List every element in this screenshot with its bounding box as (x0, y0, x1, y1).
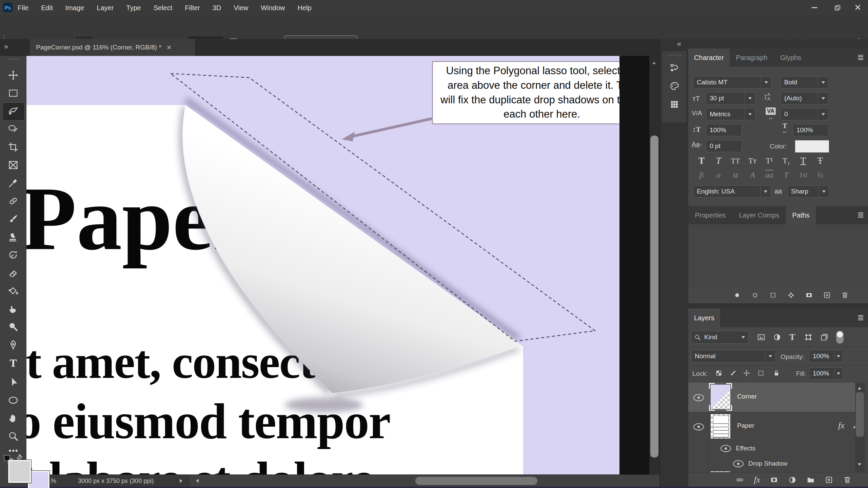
swatches-panel-icon[interactable] (669, 99, 679, 109)
language-dropdown[interactable]: English: USA (693, 185, 771, 198)
new-path-icon[interactable] (823, 291, 831, 299)
layer-style-fx-icon[interactable]: fx (754, 475, 760, 485)
corner-layer-thumbnail[interactable] (711, 385, 730, 409)
brush-tool[interactable] (7, 213, 19, 225)
menu-select[interactable]: Select (153, 4, 173, 12)
stroke-path-icon[interactable] (751, 291, 759, 299)
healing-brush-tool[interactable] (7, 195, 19, 207)
lock-transparency-icon[interactable] (715, 369, 723, 377)
lock-position-icon[interactable] (743, 369, 750, 377)
ordinals-button[interactable]: 1st (795, 171, 812, 179)
fill-dropdown[interactable]: 100% (809, 367, 843, 380)
tab-character[interactable]: Character (688, 48, 730, 67)
menu-type[interactable]: Type (125, 4, 141, 12)
menu-filter[interactable]: Filter (184, 4, 200, 12)
menu-file[interactable]: File (17, 4, 29, 12)
scroll-left-icon[interactable] (194, 479, 199, 483)
drop-shadow-visibility-eye-icon[interactable] (733, 460, 744, 467)
tab-paragraph[interactable]: Paragraph (730, 48, 774, 67)
blend-mode-dropdown[interactable]: Normal (691, 350, 776, 363)
tab-glyphs[interactable]: Glyphs (774, 48, 808, 67)
fractions-button[interactable]: ½ (812, 170, 829, 180)
titling-alternates-button[interactable]: T (778, 170, 795, 180)
hand-tool[interactable] (7, 412, 19, 424)
filter-shape-layers-icon[interactable] (804, 333, 813, 342)
minimize-button[interactable] (804, 0, 825, 15)
frame-tool[interactable] (7, 159, 19, 171)
all-caps-button[interactable]: TT (727, 157, 744, 165)
menu-view[interactable]: View (233, 4, 249, 12)
strikethrough-button[interactable]: Ŧ (812, 156, 829, 166)
tab-properties[interactable]: Properties (688, 206, 732, 224)
eraser-tool[interactable] (7, 267, 19, 279)
menu-3d[interactable]: 3D (212, 4, 222, 12)
object-selection-tool[interactable] (7, 123, 19, 135)
polygonal-lasso-tool-selected[interactable] (2, 102, 25, 121)
clone-stamp-tool[interactable] (7, 231, 19, 243)
link-layers-icon[interactable] (735, 475, 744, 484)
effects-visibility-eye-icon[interactable] (721, 445, 731, 452)
tab-layer-comps[interactable]: Layer Comps (732, 206, 786, 224)
foreground-color-swatch[interactable] (8, 460, 31, 483)
restore-button[interactable] (827, 0, 848, 15)
layers-scroll-down-icon[interactable] (858, 463, 861, 467)
paper-fx-badge[interactable]: fx (838, 421, 845, 431)
ligatures-button[interactable]: fi (693, 170, 710, 180)
filter-smart-objects-icon[interactable] (820, 333, 829, 342)
layers-scroll-thumb[interactable] (856, 392, 864, 437)
vertical-scroll-thumb[interactable] (650, 136, 658, 458)
filter-adjustment-layers-icon[interactable] (773, 333, 782, 342)
layer-filter-toggle[interactable] (836, 331, 844, 344)
lock-artboard-icon[interactable] (757, 369, 765, 377)
paper-layer-thumbnail[interactable] (711, 414, 730, 439)
history-panel-icon[interactable] (669, 63, 679, 73)
color-panel-icon[interactable] (669, 81, 679, 91)
document-tab[interactable]: PageCorner.psd @ 116% (Corner, RGB/8) * … (30, 39, 195, 56)
filter-type-layers-icon[interactable]: T (789, 332, 795, 342)
discretionary-ligatures-button[interactable]: st (727, 170, 744, 180)
layer-filter-dropdown[interactable]: Kind (691, 331, 749, 344)
status-expand-icon[interactable] (180, 479, 184, 483)
character-panel-menu-icon[interactable]: ≣ (857, 53, 864, 62)
corner-visibility-eye-icon[interactable] (693, 394, 704, 401)
fill-path-icon[interactable] (733, 291, 741, 299)
panels-collapse-chevrons[interactable]: « (677, 40, 681, 48)
delete-path-icon[interactable] (841, 291, 849, 299)
opacity-dropdown[interactable]: 100% (809, 350, 843, 363)
crop-tool[interactable] (7, 141, 19, 153)
document-view[interactable]: Paper t amet, consectetur o eiusmod temp… (26, 56, 619, 474)
stylistic-alternates-button[interactable]: aa (761, 170, 778, 180)
paths-list-empty[interactable] (688, 224, 868, 286)
paint-bucket-tool[interactable] (7, 285, 19, 297)
horizontal-scroll-track[interactable] (190, 475, 659, 487)
pen-tool[interactable] (7, 339, 19, 350)
paths-panel-menu-icon[interactable]: ≣ (857, 210, 864, 220)
make-work-path-icon[interactable] (787, 291, 795, 299)
layer-effects-row[interactable]: Effects (688, 441, 855, 456)
tab-layers[interactable]: Layers (688, 308, 720, 327)
small-caps-button[interactable]: Tᴛ (744, 157, 761, 165)
shape-tool[interactable] (7, 394, 19, 406)
superscript-button[interactable]: T¹ (761, 157, 778, 165)
toolbar-collapse-chevrons[interactable]: » (4, 42, 8, 51)
faux-bold-button[interactable]: T (693, 156, 710, 166)
layer-row-corner[interactable]: Corner (688, 383, 855, 412)
subscript-button[interactable]: T₁ (778, 157, 795, 165)
menu-layer[interactable]: Layer (96, 4, 114, 12)
scroll-up-icon[interactable] (652, 60, 656, 64)
path-selection-tool[interactable] (7, 377, 19, 388)
layers-panel-menu-icon[interactable]: ≣ (857, 313, 864, 322)
dodge-tool[interactable] (7, 321, 19, 332)
menu-image[interactable]: Image (65, 4, 85, 12)
font-family-dropdown[interactable]: Calisto MT (693, 76, 772, 88)
tab-close-icon[interactable]: × (167, 43, 172, 52)
canvas-area[interactable]: Paper t amet, consectetur o eiusmod temp… (26, 56, 659, 474)
font-size-dropdown[interactable]: 30 pt (706, 92, 755, 104)
vertical-scale-field[interactable]: 100% (706, 124, 742, 136)
antialias-method-dropdown[interactable]: Sharp (787, 185, 829, 198)
faux-italic-button[interactable]: T (710, 156, 727, 166)
add-path-mask-icon[interactable] (805, 291, 813, 299)
layer-drop-shadow-row[interactable]: Drop Shadow (688, 456, 855, 471)
paper-layer-name[interactable]: Paper (737, 422, 754, 429)
eyedropper-tool[interactable] (7, 177, 19, 189)
